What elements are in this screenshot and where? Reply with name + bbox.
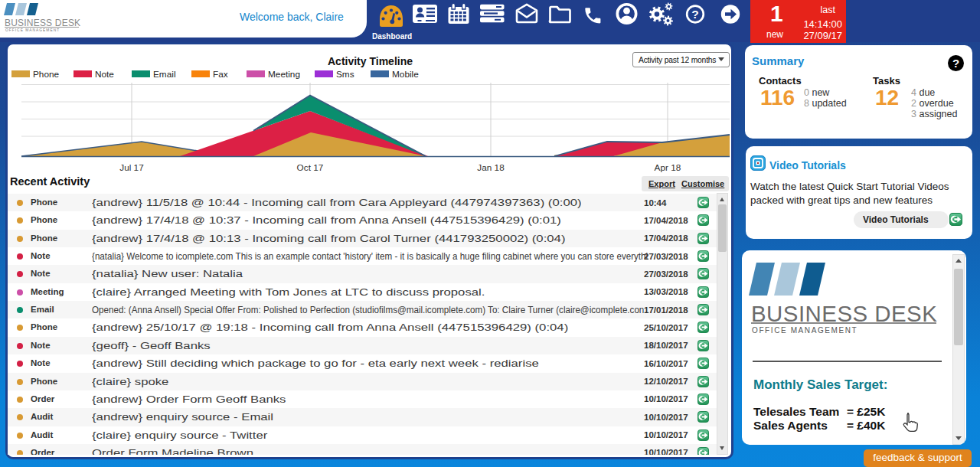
svg-text:Apr 18: Apr 18 <box>655 162 681 173</box>
svg-text:Jan 18: Jan 18 <box>477 162 505 173</box>
svg-text:Oct 17: Oct 17 <box>297 162 324 173</box>
svg-text:Jul 17: Jul 17 <box>119 162 143 173</box>
